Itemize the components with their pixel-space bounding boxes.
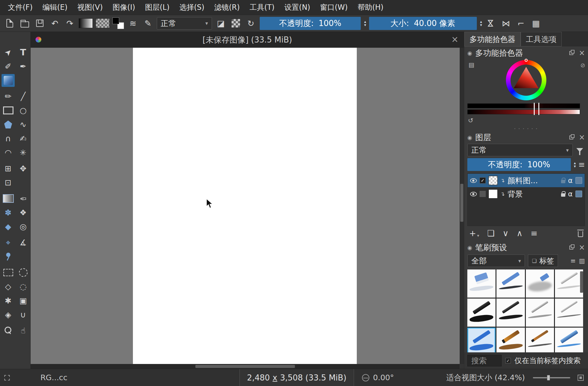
- layer-style-icon[interactable]: [575, 191, 582, 197]
- mirror-horizontal-button[interactable]: ⋈: [484, 17, 498, 29]
- spin-down-icon[interactable]: ▾: [574, 165, 576, 168]
- color-triangle[interactable]: [512, 66, 541, 95]
- layer-checkbox[interactable]: [480, 191, 486, 197]
- opacity-spinner[interactable]: ▴ ▾: [364, 20, 366, 27]
- vertical-scrollbar[interactable]: [460, 48, 464, 364]
- gradient-tool[interactable]: [2, 192, 15, 205]
- multibrush-tool[interactable]: ✳: [17, 146, 30, 159]
- vertical-scrollbar-thumb[interactable]: [460, 184, 463, 222]
- layer-checkbox[interactable]: ✓: [480, 177, 486, 184]
- assistants-tool[interactable]: ⌖: [2, 236, 15, 249]
- reference-images-tool[interactable]: [2, 250, 15, 263]
- layer-opacity-spinner[interactable]: ▴ ▾: [574, 161, 576, 168]
- rectangle-tool[interactable]: [2, 104, 15, 117]
- preset-list-view-icon[interactable]: ≡: [571, 257, 576, 265]
- rotation-dial-icon[interactable]: [362, 374, 369, 381]
- horizontal-scrollbar-thumb[interactable]: [195, 365, 295, 368]
- rect-select-tool[interactable]: [2, 266, 15, 279]
- menu-item-10[interactable]: 窗口(W): [315, 0, 352, 15]
- brush-preset-pencil[interactable]: [526, 299, 554, 327]
- freehand-select-tool[interactable]: ◌: [17, 280, 30, 293]
- blend-mode-dropdown[interactable]: 正常 ▾: [157, 17, 212, 30]
- layer-visibility-icon[interactable]: [470, 192, 477, 196]
- shape-select-tool[interactable]: ➤: [0, 43, 17, 61]
- brush-preset-pencil-blue[interactable]: [555, 328, 583, 352]
- menu-item-7[interactable]: 滤镜(R): [209, 0, 244, 15]
- move-tool[interactable]: ✥: [17, 162, 30, 175]
- polygon-select-tool[interactable]: ◇: [2, 280, 15, 293]
- menu-item-3[interactable]: 视图(V): [72, 0, 107, 15]
- docker-tab-tool-options[interactable]: 工具选项: [521, 32, 562, 46]
- preset-grid-view-icon[interactable]: ▥: [579, 257, 585, 265]
- enclose-fill-tool[interactable]: ◎: [17, 220, 30, 233]
- brush-preset-paint-brush[interactable]: [496, 328, 525, 352]
- smart-patch-tool[interactable]: ❖: [17, 206, 30, 219]
- layer-row-1[interactable]: ✓↴颜料图...α: [468, 174, 585, 187]
- dynamic-brush-tool[interactable]: ✏: [2, 90, 15, 103]
- brush-size-field[interactable]: 大小: 40.00 像素: [369, 17, 477, 30]
- float-docker-icon[interactable]: [569, 135, 573, 139]
- search-scope-checkbox[interactable]: ✓: [505, 358, 511, 363]
- workspace-chooser-button[interactable]: ▦: [530, 17, 542, 30]
- close-docker-icon[interactable]: ×: [579, 243, 585, 252]
- menu-item-6[interactable]: 选择(S): [175, 0, 209, 15]
- preset-search-input[interactable]: 搜索: [467, 355, 502, 366]
- brush-preset-marker-blue[interactable]: [467, 328, 496, 352]
- bezier-curve-tool[interactable]: ∩: [2, 132, 15, 145]
- ellipse-tool[interactable]: ○: [17, 104, 30, 117]
- menu-item-9[interactable]: 设置(N): [279, 0, 315, 15]
- brush-preset-ink-brush[interactable]: [467, 299, 496, 327]
- gradient-swatch-button[interactable]: [79, 18, 93, 28]
- refresh-colors-icon[interactable]: ↺: [468, 117, 473, 124]
- docker-tab-color-selector[interactable]: 多功能拾色器: [464, 32, 521, 46]
- color-sampler-tool[interactable]: ✑: [17, 192, 30, 205]
- canvas-document[interactable]: [133, 48, 357, 364]
- redo-button[interactable]: ↷: [64, 17, 76, 30]
- transform-tool[interactable]: ⊞: [2, 162, 15, 175]
- menu-item-1[interactable]: 文件(F): [3, 0, 38, 15]
- curve-brush-tool[interactable]: ◠: [2, 146, 15, 159]
- menu-item-4[interactable]: 图像(I): [108, 0, 140, 15]
- undo-button[interactable]: ↶: [49, 17, 61, 30]
- layer-blend-mode-dropdown[interactable]: 正常 ▾: [467, 144, 573, 156]
- mirror-vertical-button[interactable]: ⋈: [500, 17, 512, 30]
- polyline-tool[interactable]: ∿: [17, 118, 30, 131]
- brush-preset-airbrush[interactable]: [555, 269, 583, 298]
- close-docker-icon[interactable]: ×: [579, 133, 585, 142]
- menu-item-8[interactable]: 工具(T): [245, 0, 279, 15]
- gradient-edit-button[interactable]: ≋: [127, 17, 139, 30]
- move-layer-down-button[interactable]: ∨: [503, 228, 509, 238]
- layer-style-icon[interactable]: [575, 177, 582, 184]
- brush-preset-eraser-curve[interactable]: [496, 269, 525, 298]
- delete-layer-button[interactable]: [578, 231, 583, 237]
- color-slider-1[interactable]: [467, 103, 580, 108]
- close-docker-icon[interactable]: ×: [579, 49, 585, 57]
- calligraphy-tool[interactable]: ✒: [17, 60, 30, 73]
- zoom-slider[interactable]: [533, 377, 570, 378]
- canvas-viewport[interactable]: [31, 48, 464, 364]
- alpha-lock-icon[interactable]: α: [568, 176, 573, 184]
- spin-down-icon[interactable]: ▾: [364, 23, 366, 27]
- zoom-tool[interactable]: [2, 324, 15, 337]
- hue-marker[interactable]: [525, 59, 528, 62]
- brush-preset-fine-pen[interactable]: [555, 299, 583, 327]
- reload-preset-button[interactable]: ↻: [245, 17, 257, 30]
- canvas-tab-close-button[interactable]: ×: [451, 34, 458, 44]
- layer-properties-button[interactable]: ≡: [530, 228, 537, 238]
- float-docker-icon[interactable]: [569, 246, 573, 250]
- brush-preset-ink-pen[interactable]: [496, 299, 525, 327]
- preset-grid-scrollbar[interactable]: [580, 271, 583, 293]
- zoom-mode-label[interactable]: 适合视图大小 (42.4%): [446, 373, 525, 383]
- foreground-color-swatch[interactable]: [112, 17, 119, 24]
- polygon-tool[interactable]: [2, 118, 15, 131]
- text-tool[interactable]: T: [17, 46, 30, 59]
- contiguous-select-tool[interactable]: ▣: [17, 294, 30, 307]
- alpha-lock-icon[interactable]: α: [568, 190, 573, 198]
- brush-preset-detail-brush[interactable]: [526, 328, 554, 352]
- wrap-around-button[interactable]: ⌐: [515, 17, 527, 30]
- pan-tool[interactable]: ☝: [17, 324, 30, 337]
- menu-item-5[interactable]: 图层(L): [140, 0, 174, 15]
- fill-tool[interactable]: ◆: [2, 220, 15, 233]
- color-slider-2[interactable]: [467, 109, 580, 114]
- horizontal-scrollbar[interactable]: [31, 364, 464, 369]
